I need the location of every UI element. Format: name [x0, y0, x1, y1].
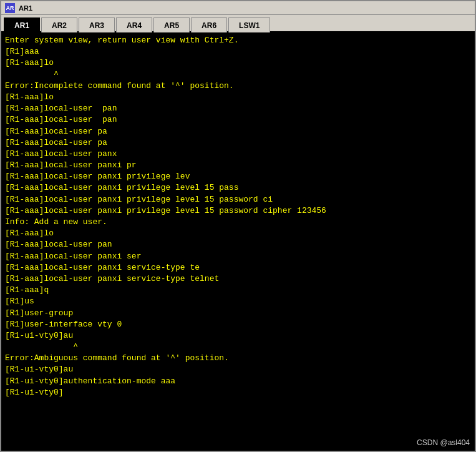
terminal-line: [R1-aaa]local-user pa	[5, 137, 471, 149]
terminal-line: [R1-aaa]local-user panxi service-type te	[5, 262, 471, 273]
terminal-line: [R1]user-interface vty 0	[5, 319, 471, 330]
terminal-line: [R1-aaa]lo	[5, 228, 471, 239]
terminal-line: [R1-aaa]local-user panxi privilege lev	[5, 171, 471, 182]
terminal-line: ^	[5, 341, 471, 353]
terminal-line: [R1]user-group	[5, 308, 471, 319]
terminal-line: [R1-ui-vty0]	[5, 387, 471, 398]
main-window: AR AR1 AR1AR2AR3AR4AR5AR6LSW1 Enter syst…	[0, 0, 476, 452]
terminal-line: [R1-aaa]local-user panxi privilege level…	[5, 205, 471, 217]
terminal-line: [R1-aaa]q	[5, 285, 471, 296]
terminal-line: [R1-aaa]lo	[5, 92, 471, 103]
terminal-line: Info: Add a new user.	[5, 217, 471, 228]
terminal-line: [R1-aaa]local-user panxi service-type te…	[5, 273, 471, 285]
terminal-line: [R1-aaa]local-user panxi ser	[5, 251, 471, 262]
terminal-line: [R1-aaa]local-user panx	[5, 149, 471, 160]
tab-ar1[interactable]: AR1	[4, 17, 40, 32]
terminal-line: [R1]us	[5, 296, 471, 307]
watermark: CSDN @asl404	[417, 438, 470, 447]
tab-ar2[interactable]: AR2	[41, 17, 77, 32]
terminal-line: [R1-ui-vty0]au	[5, 330, 471, 341]
window-container: AR AR1 AR1AR2AR3AR4AR5AR6LSW1 Enter syst…	[0, 0, 476, 452]
terminal-line: [R1-aaa]local-user pan	[5, 103, 471, 114]
terminal-line: ^	[5, 69, 471, 81]
tab-ar3[interactable]: AR3	[79, 17, 115, 32]
tab-ar5[interactable]: AR5	[153, 17, 190, 32]
terminal-line: [R1-aaa]local-user panxi privilege level…	[5, 182, 471, 194]
terminal-line: [R1-ui-vty0]au	[5, 364, 471, 375]
terminal-line: Enter system view, return user view with…	[5, 35, 471, 46]
terminal-line: [R1-aaa]local-user pan	[5, 239, 471, 250]
terminal-line: Error:Ambiguous command found at '^' pos…	[5, 353, 471, 364]
tab-lsw1[interactable]: LSW1	[228, 17, 270, 32]
tab-bar: AR1AR2AR3AR4AR5AR6LSW1	[1, 15, 475, 32]
terminal-output[interactable]: Enter system view, return user view with…	[1, 32, 475, 451]
window-icon: AR	[5, 3, 15, 13]
terminal-line: [R1]aaa	[5, 46, 471, 57]
terminal-line: [R1-ui-vty0]authentication-mode aaa	[5, 376, 471, 387]
terminal-line: [R1-aaa]lo	[5, 57, 471, 69]
terminal-line: [R1-aaa]local-user panxi privilege level…	[5, 194, 471, 205]
window-title: AR1	[19, 4, 32, 12]
terminal-line: [R1-aaa]local-user pa	[5, 126, 471, 137]
terminal-line: [R1-aaa]local-user pan	[5, 114, 471, 125]
title-bar: AR AR1	[1, 1, 475, 15]
terminal-line: Error:Incomplete command found at '^' po…	[5, 81, 471, 92]
terminal-line: [R1-aaa]local-user panxi pr	[5, 160, 471, 171]
tab-ar4[interactable]: AR4	[116, 17, 152, 32]
tab-ar6[interactable]: AR6	[191, 17, 227, 32]
